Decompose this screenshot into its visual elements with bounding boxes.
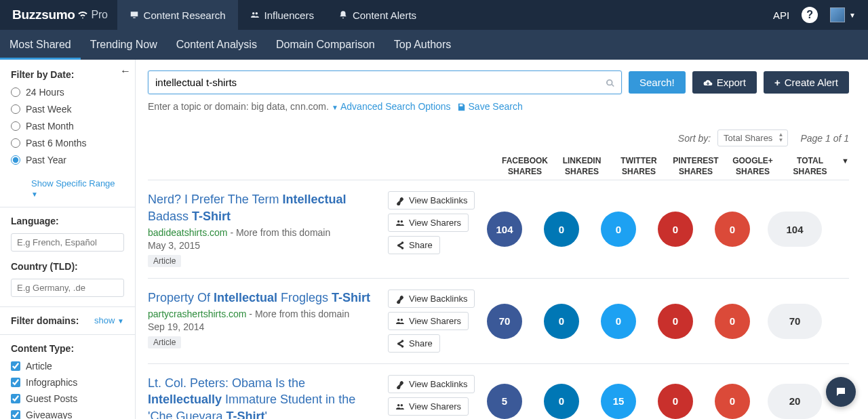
- col-total[interactable]: TOTAL SHARES▼: [781, 156, 849, 177]
- col-pi: PINTEREST SHARES: [667, 156, 724, 177]
- logo[interactable]: Buzzsumo Pro: [0, 0, 117, 30]
- wifi-icon: [77, 7, 89, 19]
- share-icon: [395, 339, 405, 348]
- col-gp: GOOGLE+ SHARES: [724, 156, 781, 177]
- col-tw: TWITTER SHARES: [610, 156, 667, 177]
- search-icon[interactable]: [606, 77, 615, 87]
- export-button[interactable]: Export: [692, 71, 757, 94]
- link-icon: [395, 196, 405, 205]
- search-button[interactable]: Search!: [629, 71, 686, 94]
- date-option-month[interactable]: Past Month: [11, 121, 124, 132]
- plus-icon: +: [774, 77, 781, 88]
- nav-influencers[interactable]: Influencers: [238, 0, 326, 30]
- filter-domains-show[interactable]: show ▼: [94, 315, 124, 326]
- total-shares: 20: [768, 384, 822, 419]
- fb-shares: 70: [487, 304, 522, 339]
- result-domain-line: badideatshirts.com - More from this doma…: [148, 227, 380, 238]
- users-icon: [395, 402, 405, 412]
- date-option-week[interactable]: Past Week: [11, 104, 124, 115]
- advanced-search-link[interactable]: ▼ Advanced Search Options: [332, 101, 451, 112]
- subnav-top-authors[interactable]: Top Authors: [384, 30, 461, 60]
- ct-article[interactable]: Article: [11, 361, 124, 372]
- bell-icon: [338, 10, 348, 20]
- subnav-trending-now[interactable]: Trending Now: [81, 30, 167, 60]
- logo-brand: Buzzsumo: [12, 7, 75, 22]
- total-shares: 104: [768, 212, 822, 247]
- pi-shares: 0: [658, 304, 693, 339]
- link-icon: [395, 294, 405, 304]
- date-filter-list: 24 Hours Past Week Past Month Past 6 Mon…: [0, 87, 135, 178]
- show-specific-range[interactable]: Show Specific Range ▼: [0, 178, 135, 207]
- result-row: Property Of Intellectual Froglegs T-Shir…: [148, 279, 849, 364]
- fb-shares: 5: [487, 384, 522, 419]
- result-tag: Article: [148, 336, 181, 348]
- user-menu[interactable]: ▼: [830, 7, 856, 22]
- col-li: LINKEDIN SHARES: [553, 156, 610, 177]
- page-indicator: Page 1 of 1: [800, 133, 849, 144]
- result-domain[interactable]: badideatshirts.com: [148, 227, 228, 238]
- tw-shares: 0: [601, 304, 636, 339]
- result-domain[interactable]: partycrashertshirts.com: [148, 308, 246, 319]
- col-fb: FACEBOOK SHARES: [496, 156, 553, 177]
- li-shares: 0: [544, 384, 579, 419]
- view-sharers-button[interactable]: View Sharers: [388, 397, 469, 416]
- nav-api[interactable]: API: [773, 9, 789, 21]
- date-option-year[interactable]: Past Year: [11, 155, 124, 165]
- date-option-6months[interactable]: Past 6 Months: [11, 138, 124, 148]
- result-date: May 3, 2015: [148, 240, 380, 251]
- chat-icon: [835, 386, 847, 398]
- pi-shares: 0: [658, 212, 693, 247]
- result-tag: Article: [148, 255, 181, 267]
- search-input[interactable]: [148, 71, 622, 94]
- content-type-title: Content Type:: [0, 343, 135, 354]
- share-button[interactable]: Share: [388, 236, 440, 254]
- result-row: Lt. Col. Peters: Obama Is the Intellectu…: [148, 364, 849, 419]
- nav-content-research[interactable]: Content Research: [117, 0, 238, 30]
- main: Search! Export +Create Alert Enter a top…: [136, 60, 868, 419]
- country-input[interactable]: [11, 279, 124, 297]
- view-backlinks-button[interactable]: View Backlinks: [388, 375, 475, 393]
- tw-shares: 0: [601, 212, 636, 247]
- subnav-domain-comparison[interactable]: Domain Comparison: [267, 30, 384, 60]
- save-search-link[interactable]: Save Search: [456, 101, 523, 112]
- view-sharers-button[interactable]: View Sharers: [388, 312, 469, 330]
- view-backlinks-button[interactable]: View Backlinks: [388, 290, 475, 308]
- results-header: FACEBOOK SHARES LINKEDIN SHARES TWITTER …: [148, 156, 849, 180]
- help-fab[interactable]: [826, 377, 856, 407]
- save-icon: [456, 102, 466, 112]
- cloud-download-icon: [703, 78, 713, 87]
- sidebar: ← Filter by Date: 24 Hours Past Week Pas…: [0, 60, 136, 419]
- language-title: Language:: [0, 216, 135, 226]
- content-type-list: Article Infographics Guest Posts Giveawa…: [0, 361, 135, 419]
- date-option-24h[interactable]: 24 Hours: [11, 87, 124, 98]
- collapse-sidebar-icon[interactable]: ←: [120, 65, 131, 77]
- avatar: [830, 7, 845, 22]
- nav-content-alerts[interactable]: Content Alerts: [326, 0, 429, 30]
- help-icon[interactable]: ?: [802, 7, 818, 23]
- sub-nav: Most Shared Trending Now Content Analysi…: [0, 30, 868, 60]
- sort-row: Sort by: Total Shares ▲▼ Page 1 of 1: [148, 129, 849, 146]
- language-input[interactable]: [11, 233, 124, 252]
- ct-guest-posts[interactable]: Guest Posts: [11, 393, 124, 404]
- li-shares: 0: [544, 304, 579, 339]
- create-alert-button[interactable]: +Create Alert: [764, 71, 849, 94]
- subnav-content-analysis[interactable]: Content Analysis: [167, 30, 267, 60]
- result-title[interactable]: Property Of Intellectual Froglegs T-Shir…: [148, 290, 380, 306]
- fb-shares: 104: [487, 212, 522, 247]
- users-icon: [395, 317, 405, 326]
- ct-infographics[interactable]: Infographics: [11, 377, 124, 388]
- logo-plan: Pro: [92, 9, 108, 21]
- sort-select[interactable]: Total Shares ▲▼: [717, 129, 788, 146]
- view-sharers-button[interactable]: View Sharers: [388, 214, 469, 232]
- sort-label: Sort by:: [678, 133, 711, 144]
- result-title[interactable]: Nerd? I Prefer The Term Intellectual Bad…: [148, 191, 380, 224]
- tw-shares: 15: [601, 384, 636, 419]
- country-title: Country (TLD):: [0, 261, 135, 272]
- share-icon: [395, 241, 405, 250]
- subnav-most-shared[interactable]: Most Shared: [0, 30, 81, 60]
- result-title[interactable]: Lt. Col. Peters: Obama Is the Intellectu…: [148, 375, 380, 419]
- ct-giveaways[interactable]: Giveaways: [11, 410, 124, 419]
- li-shares: 0: [544, 212, 579, 247]
- view-backlinks-button[interactable]: View Backlinks: [388, 191, 475, 210]
- share-button[interactable]: Share: [388, 334, 440, 353]
